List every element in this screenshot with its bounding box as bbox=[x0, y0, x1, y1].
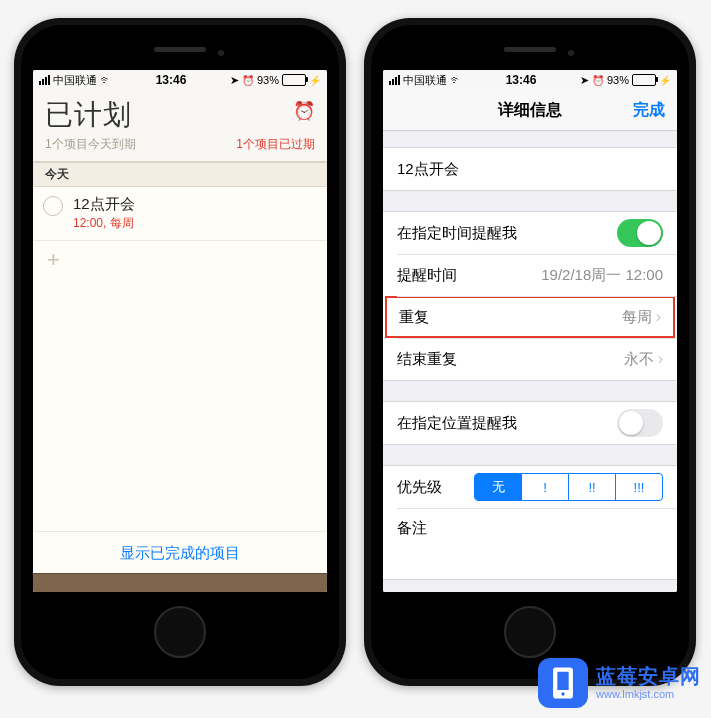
alarm-row[interactable]: 提醒时间 19/2/18周一 12:00 bbox=[383, 254, 677, 296]
home-button[interactable] bbox=[504, 606, 556, 658]
repeat-value: 每周 bbox=[622, 308, 652, 327]
battery-pct: 93% bbox=[257, 74, 279, 86]
watermark-logo-icon bbox=[538, 658, 588, 708]
remind-time-label: 在指定时间提醒我 bbox=[397, 224, 517, 243]
priority-label: 优先级 bbox=[397, 478, 442, 497]
remind-location-switch[interactable] bbox=[617, 409, 663, 437]
alarm-label: 提醒时间 bbox=[397, 266, 457, 285]
show-completed-button[interactable]: 显示已完成的项目 bbox=[33, 531, 327, 573]
alarm-icon[interactable]: ⏰ bbox=[293, 100, 315, 122]
due-today-label: 1个项目今天到期 bbox=[45, 136, 136, 153]
priority-low[interactable]: ! bbox=[521, 474, 568, 500]
front-camera bbox=[568, 50, 574, 56]
watermark-url: www.lmkjst.com bbox=[596, 688, 701, 701]
signal-icon bbox=[389, 75, 400, 85]
end-repeat-label: 结束重复 bbox=[397, 350, 457, 369]
title-value: 12点开会 bbox=[397, 160, 459, 179]
repeat-row[interactable]: 重复 每周 › bbox=[383, 296, 677, 338]
overdue-label: 1个项目已过期 bbox=[236, 136, 315, 153]
remind-location-label: 在指定位置提醒我 bbox=[397, 414, 517, 433]
wifi-icon: ᯤ bbox=[450, 74, 462, 86]
charge-icon: ⚡ bbox=[309, 75, 321, 86]
remind-time-switch[interactable] bbox=[617, 219, 663, 247]
nav-bar: 详细信息 完成 bbox=[383, 90, 677, 131]
priority-row: 优先级 无 ! !! !!! bbox=[383, 466, 677, 508]
alarm-status-icon: ⏰ bbox=[242, 75, 254, 86]
phone-right: 中国联通 ᯤ 13:46 ➤ ⏰ 93% ⚡ 详细信息 完成 bbox=[364, 18, 696, 686]
priority-high[interactable]: !!! bbox=[615, 474, 662, 500]
priority-med[interactable]: !! bbox=[568, 474, 615, 500]
watermark-name: 蓝莓安卓网 bbox=[596, 665, 701, 688]
speaker bbox=[154, 47, 206, 52]
complete-radio[interactable] bbox=[43, 196, 63, 216]
location-icon: ➤ bbox=[230, 74, 239, 87]
chevron-right-icon: › bbox=[656, 308, 661, 326]
battery-icon bbox=[282, 74, 306, 86]
wifi-icon: ᯤ bbox=[100, 74, 112, 86]
status-time: 13:46 bbox=[156, 73, 187, 87]
bottom-bar bbox=[33, 573, 327, 592]
status-time: 13:46 bbox=[506, 73, 537, 87]
signal-icon bbox=[39, 75, 50, 85]
svg-rect-0 bbox=[559, 673, 568, 676]
add-reminder-button[interactable]: + bbox=[33, 240, 327, 279]
remind-time-toggle-row: 在指定时间提醒我 bbox=[383, 212, 677, 254]
end-repeat-value: 永不 bbox=[624, 350, 654, 369]
charge-icon: ⚡ bbox=[659, 75, 671, 86]
nav-title: 详细信息 bbox=[498, 100, 562, 121]
speaker bbox=[504, 47, 556, 52]
chevron-right-icon: › bbox=[658, 350, 663, 368]
list-header: 已计划 ⏰ 1个项目今天到期 1个项目已过期 bbox=[33, 90, 327, 162]
priority-segmented[interactable]: 无 ! !! !!! bbox=[474, 473, 663, 501]
carrier-label: 中国联通 bbox=[403, 73, 447, 88]
section-header-today: 今天 bbox=[33, 162, 327, 187]
battery-pct: 93% bbox=[607, 74, 629, 86]
end-repeat-row[interactable]: 结束重复 永不 › bbox=[383, 338, 677, 380]
alarm-status-icon: ⏰ bbox=[592, 75, 604, 86]
phone-left: 中国联通 ᯤ 13:46 ➤ ⏰ 93% ⚡ 已计划 ⏰ bbox=[14, 18, 346, 686]
title-field[interactable]: 12点开会 bbox=[383, 148, 677, 190]
carrier-label: 中国联通 bbox=[53, 73, 97, 88]
front-camera bbox=[218, 50, 224, 56]
alarm-value: 19/2/18周一 12:00 bbox=[541, 266, 663, 285]
repeat-label: 重复 bbox=[399, 308, 429, 327]
reminder-detail: 12:00, 每周 bbox=[73, 215, 135, 232]
done-button[interactable]: 完成 bbox=[633, 100, 665, 121]
remind-location-toggle-row: 在指定位置提醒我 bbox=[383, 402, 677, 444]
priority-none[interactable]: 无 bbox=[475, 474, 521, 500]
notes-label: 备注 bbox=[397, 519, 427, 538]
watermark: 蓝莓安卓网 www.lmkjst.com bbox=[538, 658, 701, 708]
reminder-row[interactable]: 12点开会 12:00, 每周 bbox=[33, 187, 327, 240]
notes-field[interactable]: 备注 bbox=[383, 508, 677, 579]
battery-icon bbox=[632, 74, 656, 86]
reminder-title: 12点开会 bbox=[73, 195, 135, 214]
home-button[interactable] bbox=[154, 606, 206, 658]
list-title: 已计划 bbox=[45, 96, 132, 134]
location-icon: ➤ bbox=[580, 74, 589, 87]
status-bar: 中国联通 ᯤ 13:46 ➤ ⏰ 93% ⚡ bbox=[383, 70, 677, 90]
status-bar: 中国联通 ᯤ 13:46 ➤ ⏰ 93% ⚡ bbox=[33, 70, 327, 90]
